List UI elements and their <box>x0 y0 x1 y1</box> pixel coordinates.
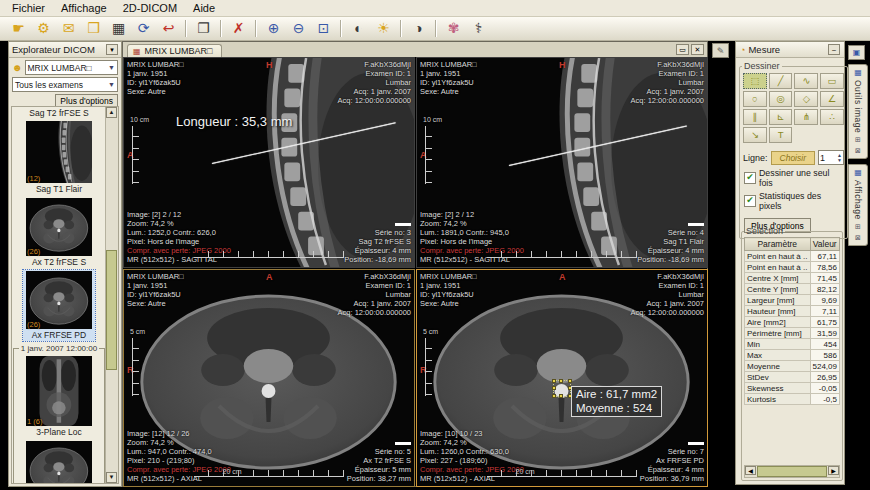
table-row[interactable]: Largeur [mm] 9,69 <box>745 295 840 306</box>
tool-ellipse[interactable]: ○ <box>743 91 767 107</box>
scroll-right-icon[interactable]: ▶ <box>828 466 839 475</box>
table-row[interactable]: Min 454 <box>745 339 840 350</box>
draw-once-checkbox[interactable]: ✔ <box>744 172 756 184</box>
menu-item[interactable]: Affichage <box>53 1 115 15</box>
table-row[interactable]: Hauteur [mm] 7,11 <box>745 306 840 317</box>
param-value-cell: 71,45 <box>810 273 839 284</box>
scrollbar-thumb[interactable] <box>106 250 117 370</box>
series-info-line: Position: -18,69 mm <box>637 255 704 264</box>
tool-circle[interactable]: ◎ <box>769 91 793 107</box>
table-row[interactable]: Point en haut à .. 78,56 <box>745 262 840 273</box>
roi-shape[interactable] <box>553 380 571 397</box>
thumb-ax-frfse-pd[interactable]: (26) Ax FRFSE PD <box>23 270 95 341</box>
patient-info-line: MRIX LUMBAR□ <box>127 272 184 281</box>
tool-rectangle[interactable]: ▭ <box>820 73 844 89</box>
query-retrieve-icon[interactable]: ⚙ <box>31 18 56 39</box>
tool-text[interactable]: T <box>769 127 793 143</box>
table-row[interactable]: Point en haut à .. 67,11 <box>745 251 840 262</box>
explorer-scrollbar[interactable]: ▲ ▼ <box>105 107 118 483</box>
tool-line[interactable]: ╱ <box>769 73 793 89</box>
table-row[interactable]: StDev 26,95 <box>745 372 840 383</box>
scroll-up-icon[interactable]: ▲ <box>106 107 117 118</box>
invert-icon[interactable]: ◑ <box>406 18 431 39</box>
archive-icon[interactable]: ❒ <box>81 18 106 39</box>
undo-icon[interactable]: ↩ <box>156 18 181 39</box>
tab-affichage[interactable]: ▦ Affichage ⊞ ⊠ <box>848 164 868 246</box>
exam-info-line: Examen ID: 1 <box>631 281 704 290</box>
report-icon[interactable]: ✉ <box>56 18 81 39</box>
maximize-button[interactable]: ▭ <box>676 44 689 55</box>
stepper-arrows-icon[interactable]: ▲▼ <box>837 153 842 163</box>
line-color-button[interactable]: Choisir <box>771 151 815 165</box>
pixel-stats-label: Statistiques des pixels <box>759 191 843 211</box>
viewport-sag-t1-flair[interactable]: MRIX LUMBAR□1 janv. 1951ID: yl1Yf6zak5US… <box>416 57 708 268</box>
scrollbar-thumb[interactable] <box>757 466 827 477</box>
skeleton-preset-icon[interactable]: ⚕ <box>466 18 491 39</box>
tool-arrow[interactable]: ↘ <box>743 127 767 143</box>
table-row[interactable]: Moyenne 524,09 <box>745 361 840 372</box>
table-horizontal-scrollbar[interactable]: ◀ ▶ <box>744 465 840 478</box>
tool-point-marker[interactable]: ∴ <box>820 109 844 125</box>
open-study-icon[interactable]: ☛ <box>6 18 31 39</box>
table-row[interactable]: Centre X [mm] 71,45 <box>745 273 840 284</box>
scroll-down-icon[interactable]: ▼ <box>106 472 117 483</box>
explorer-menu-button[interactable]: ▾ <box>106 44 118 55</box>
study-select[interactable]: MRIX LUMBAR□▼ <box>25 60 118 75</box>
tool-polygon[interactable]: ◇ <box>794 91 818 107</box>
brightness-icon[interactable]: ◐ <box>346 18 371 39</box>
undock-icon[interactable]: ⊠ <box>855 147 861 155</box>
table-row[interactable]: Périmètre [mm] 31,59 <box>745 328 840 339</box>
collapse-panel-button[interactable]: – <box>828 44 840 55</box>
annotation-tool-button[interactable]: ✎ <box>712 43 729 58</box>
menu-item[interactable]: Aide <box>185 1 223 15</box>
viewport-grid: MRIX LUMBAR□1 janv. 1951ID: yl1Yf6zak5US… <box>123 57 707 486</box>
window-width-bar <box>688 223 704 226</box>
tool-select[interactable]: ⬚ <box>743 73 767 89</box>
thumb-3-plane-loc[interactable]: 1 (6) 3-Plane Loc <box>23 355 95 438</box>
tool-polyline[interactable]: ∿ <box>794 73 818 89</box>
zoom-region-icon[interactable]: ⊡ <box>311 18 336 39</box>
thumb-ax-t2-frfse[interactable]: (26) Ax T2 frFSE S <box>23 197 95 268</box>
delete-icon[interactable]: ✗ <box>226 18 251 39</box>
dock-panel-button[interactable]: ▣ <box>848 45 865 60</box>
exam-info-line: Lumbar <box>338 78 411 87</box>
column-header-parametre[interactable]: Paramètre <box>745 238 811 251</box>
patient-info-line: Sexe: Autre <box>127 87 184 96</box>
param-value-cell: 524,09 <box>810 361 839 372</box>
menu-item[interactable]: Fichier <box>4 1 53 15</box>
brain-preset-icon[interactable]: ✾ <box>441 18 466 39</box>
tool-open-angle[interactable]: ⊾ <box>769 109 793 125</box>
table-row[interactable]: Aire [mm2] 61,75 <box>745 317 840 328</box>
paste-special-icon[interactable]: ❐ <box>191 18 216 39</box>
undock-icon[interactable]: ⊠ <box>855 234 861 242</box>
tool-parallel-lines[interactable]: ∥ <box>743 109 767 125</box>
tool-angle[interactable]: ∠ <box>820 91 844 107</box>
window-level-icon[interactable]: ☀ <box>371 18 396 39</box>
scroll-left-icon[interactable]: ◀ <box>745 466 756 475</box>
table-row[interactable]: Centre Y [mm] 82,12 <box>745 284 840 295</box>
thumb-sag-t1-flair[interactable]: (12) Sag T1 Flair <box>23 120 95 195</box>
viewport-ax-t2[interactable]: MRIX LUMBAR□1 janv. 1951ID: yl1Yf6zak5US… <box>123 269 415 487</box>
pixel-stats-checkbox[interactable]: ✔ <box>744 195 756 207</box>
pin-icon[interactable]: ⊞ <box>855 223 861 231</box>
series-badge: 1 (6) <box>27 417 42 426</box>
reload-series-icon[interactable]: ⟳ <box>131 18 156 39</box>
line-width-stepper[interactable]: 1 ▲▼ <box>818 150 844 165</box>
tab-outils-image[interactable]: ▦ Outils image ⊞ ⊠ <box>848 64 868 159</box>
pin-icon[interactable]: ⊞ <box>855 136 861 144</box>
zoom-in-icon[interactable]: ⊕ <box>261 18 286 39</box>
tool-cobb-angle[interactable]: ⋔ <box>794 109 818 125</box>
table-row[interactable]: Max 586 <box>745 350 840 361</box>
zoom-out-icon[interactable]: ⊖ <box>286 18 311 39</box>
exam-filter-select[interactable]: Tous les examens▼ <box>12 77 118 92</box>
table-row[interactable]: Skewness -0,05 <box>745 383 840 394</box>
table-row[interactable]: Kurtosis -0,5 <box>745 394 840 405</box>
thumb-ax-loc[interactable]: 2 (6) <box>23 440 95 483</box>
close-button[interactable]: ✕ <box>691 44 704 55</box>
menu-item[interactable]: 2D-DICOM <box>115 1 185 15</box>
viewport-ax-frfse-pd[interactable]: MRIX LUMBAR□1 janv. 1951ID: yl1Yf6zak5US… <box>416 269 708 487</box>
column-header-valeur[interactable]: Valeur <box>810 238 839 251</box>
layout-grid-icon[interactable]: ▦ <box>106 18 131 39</box>
viewer-tab[interactable]: ▦ MRIX LUMBAR□ <box>127 44 222 57</box>
viewport-sag-t2[interactable]: MRIX LUMBAR□1 janv. 1951ID: yl1Yf6zak5US… <box>123 57 415 268</box>
